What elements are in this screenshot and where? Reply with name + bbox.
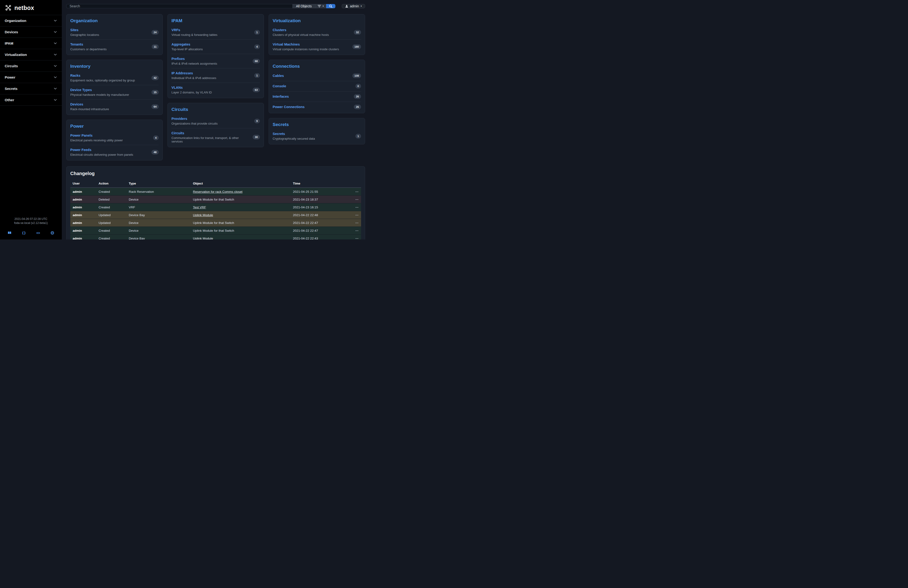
item-link-ip-addresses[interactable]: IP Addresses <box>171 71 193 75</box>
item-link-racks[interactable]: Racks <box>70 74 80 77</box>
chevron-down-icon: ▾ <box>323 5 324 7</box>
cell-type: Device <box>126 196 190 203</box>
chevron-down-icon: ▾ <box>361 5 362 7</box>
sidebar-item-devices[interactable]: Devices <box>0 26 62 38</box>
item-link-vrfs[interactable]: VRFs <box>171 28 180 32</box>
sidebar-item-organization[interactable]: Organization <box>0 15 62 26</box>
book-icon[interactable] <box>8 231 11 235</box>
row-menu-button[interactable]: ⋯ <box>351 203 361 211</box>
item-text: Power Connections <box>273 105 304 109</box>
count-badge: 63 <box>253 87 260 92</box>
sidebar-item-secrets[interactable]: Secrets <box>0 83 62 94</box>
sidebar-item-ipam[interactable]: IPAM <box>0 38 62 49</box>
user-menu-label: admin <box>350 4 359 8</box>
card-power: PowerPower PanelsElectrical panels recei… <box>66 120 163 160</box>
search-filter-dropdown-button[interactable]: ▾ <box>315 4 326 8</box>
item-description: Individual IPv4 & IPv6 addresses <box>171 76 216 80</box>
item-description: Geographic locations <box>70 33 99 37</box>
dashboard-item-clusters: ClustersClusters of physical virtual mac… <box>273 25 361 39</box>
count-badge: 68 <box>253 59 260 63</box>
cell-time: 2021-04-23 18:37 <box>291 196 351 203</box>
column-header-user: User <box>70 180 96 188</box>
row-menu-button[interactable]: ⋯ <box>351 211 361 219</box>
app-title: netbox <box>14 5 34 11</box>
sidebar-item-virtualization[interactable]: Virtualization <box>0 49 62 60</box>
item-link-prefixes[interactable]: Prefixes <box>171 57 185 61</box>
object-link[interactable]: Reservation for rack Comms closet <box>193 190 242 193</box>
card-circuits: CircuitsProvidersOrganizations that prov… <box>167 103 264 147</box>
cell-time: 2021-04-22 22:47 <box>291 227 351 235</box>
count-badge: 1 <box>254 30 260 35</box>
item-text: Console <box>273 84 286 88</box>
dashboard-column-2: IPAMVRFsVirtual routing & forwarding tab… <box>167 14 264 147</box>
item-link-console[interactable]: Console <box>273 84 286 88</box>
item-link-cables[interactable]: Cables <box>273 74 284 77</box>
item-link-sites[interactable]: Sites <box>70 28 79 32</box>
count-badge: 42 <box>151 76 159 80</box>
item-description: Electrical panels receiving utility powe… <box>70 139 123 142</box>
netbox-logo-icon <box>5 4 12 11</box>
netbox-logo[interactable]: netbox <box>0 0 62 15</box>
chevron-down-icon <box>53 64 57 68</box>
cell-type: Rack Reservation <box>126 188 190 196</box>
search-submit-button[interactable] <box>326 4 335 8</box>
item-link-providers[interactable]: Providers <box>171 117 187 121</box>
item-description: Top-level IP allocations <box>171 47 203 51</box>
search-scope-button[interactable]: All Objects <box>293 4 315 8</box>
item-text: SecretsCryptographically secured data <box>273 132 315 140</box>
dashboard-item-power-connections: Power Connections26 <box>273 102 361 112</box>
code-icon[interactable]: <> <box>36 230 40 235</box>
object-link[interactable]: Test VRF <box>193 206 206 209</box>
card-connections: ConnectionsCables108Console0Interfaces26… <box>269 60 365 113</box>
count-badge: 4 <box>153 135 159 140</box>
item-link-secrets[interactable]: Secrets <box>273 132 285 136</box>
braces-icon[interactable]: {} <box>22 230 26 235</box>
item-text: RacksEquipment racks, optionally organiz… <box>70 73 135 82</box>
cell-user: admin <box>70 219 96 227</box>
item-text: VRFsVirtual routing & forwarding tables <box>171 28 217 37</box>
item-link-power-panels[interactable]: Power Panels <box>70 134 92 137</box>
card-secrets: SecretsSecretsCryptographically secured … <box>269 118 365 144</box>
sidebar-item-label: Organization <box>5 19 26 23</box>
item-text: DevicesRack-mounted infrastructure <box>70 102 109 111</box>
chevron-down-icon <box>53 30 57 34</box>
cell-user: admin <box>70 188 96 196</box>
row-menu-button[interactable]: ⋯ <box>351 227 361 235</box>
sidebar-item-other[interactable]: Other <box>0 94 62 106</box>
sidebar-item-power[interactable]: Power <box>0 72 62 83</box>
item-link-circuits[interactable]: Circuits <box>171 131 184 135</box>
item-link-clusters[interactable]: Clusters <box>273 28 286 32</box>
sidebar-item-circuits[interactable]: Circuits <box>0 60 62 72</box>
count-badge: 26 <box>354 105 361 109</box>
item-link-power-connections[interactable]: Power Connections <box>273 105 304 109</box>
chevron-down-icon <box>53 42 57 45</box>
row-menu-button[interactable]: ⋯ <box>351 196 361 203</box>
sidebar-item-label: Devices <box>5 30 18 34</box>
user-menu-button[interactable]: admin ▾ <box>342 4 365 8</box>
item-link-virtual-machines[interactable]: Virtual Machines <box>273 42 300 46</box>
cell-action: Created <box>96 203 126 211</box>
object-link[interactable]: Uplink Module <box>193 213 213 217</box>
item-link-tenants[interactable]: Tenants <box>70 42 83 46</box>
row-menu-button[interactable]: ⋯ <box>351 219 361 227</box>
changelog-table: UserActionTypeObjectTime adminCreatedRac… <box>70 180 361 240</box>
item-text: Power FeedsElectrical circuits deliverin… <box>70 148 133 156</box>
dashboard-item-racks: RacksEquipment racks, optionally organiz… <box>70 71 159 85</box>
row-menu-button[interactable]: ⋯ <box>351 188 361 196</box>
dashboard-grid: OrganizationSitesGeographic locations24T… <box>66 14 365 160</box>
count-badge: 30 <box>253 135 260 139</box>
item-link-devices[interactable]: Devices <box>70 102 83 106</box>
item-text: ProvidersOrganizations that provide circ… <box>171 116 218 125</box>
globe-icon[interactable] <box>50 231 54 235</box>
cell-user: admin <box>70 203 96 211</box>
search-input[interactable] <box>66 4 293 8</box>
object-link[interactable]: Uplink Module <box>193 237 213 240</box>
item-link-device-types[interactable]: Device Types <box>70 88 92 92</box>
sidebar-item-label: Power <box>5 75 15 79</box>
item-link-aggregates[interactable]: Aggregates <box>171 42 190 46</box>
item-link-vlans[interactable]: VLANs <box>171 85 183 89</box>
item-link-power-feeds[interactable]: Power Feeds <box>70 148 91 152</box>
card-title-connections: Connections <box>273 64 361 69</box>
item-link-interfaces[interactable]: Interfaces <box>273 95 289 98</box>
row-menu-button[interactable]: ⋯ <box>351 235 361 240</box>
